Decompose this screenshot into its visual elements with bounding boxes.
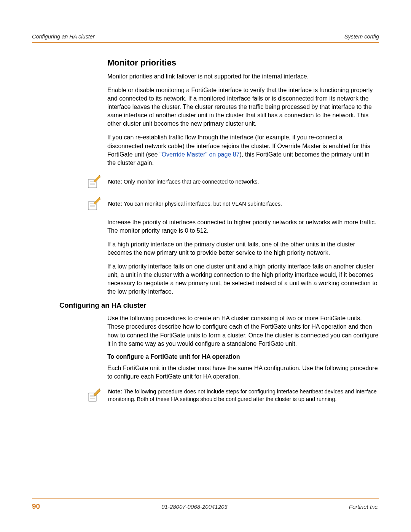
header-rule [32,42,379,43]
note-text: Note: The following procedure does not i… [108,388,379,403]
header-right: System config [344,34,379,40]
paragraph: Enable or disable monitoring a FortiGate… [107,86,379,128]
page-header: Configuring an HA cluster System config [32,34,379,41]
note-label: Note: [108,201,122,207]
cross-reference-link[interactable]: "Override Master" on page 87 [159,151,240,158]
note-pencil-icon [86,174,101,189]
document-id: 01-28007-0068-20041203 [161,503,228,510]
note-block: Note: The following procedure does not i… [86,388,379,403]
note-pencil-icon [86,388,101,403]
footer-rule [32,498,379,499]
note-body: You can monitor physical interfaces, but… [122,201,282,207]
heading-monitor-priorities: Monitor priorities [107,58,379,68]
page: Configuring an HA cluster System config … [0,0,411,532]
note-pencil-icon [86,196,101,211]
heading-configuring-ha-cluster: Configuring an HA cluster [59,301,379,310]
paragraph: Monitor priorities and link failover is … [107,72,379,81]
paragraph: Use the following procedures to create a… [107,314,379,348]
paragraph: Increase the priority of interfaces conn… [107,218,379,235]
note-body: The following procedure does not include… [108,388,377,402]
note-body: Only monitor interfaces that are connect… [122,179,259,185]
heading-procedure: To configure a FortiGate unit for HA ope… [107,353,379,360]
note-label: Note: [108,179,122,185]
note-block: Note: You can monitor physical interface… [86,196,379,211]
paragraph: Each FortiGate unit in the cluster must … [107,364,379,381]
content-area: Monitor priorities Monitor priorities an… [32,58,379,403]
company-name: Fortinet Inc. [349,503,379,510]
paragraph: If a low priority interface fails on one… [107,262,379,296]
page-number: 90 [32,502,40,511]
page-footer: 90 01-28007-0068-20041203 Fortinet Inc. [32,498,379,511]
footer-line: 90 01-28007-0068-20041203 Fortinet Inc. [32,502,379,511]
note-block: Note: Only monitor interfaces that are c… [86,174,379,189]
note-label: Note: [108,388,122,395]
paragraph: If a high priority interface on the prim… [107,240,379,257]
note-text: Note: Only monitor interfaces that are c… [108,178,259,185]
note-text: Note: You can monitor physical interface… [108,200,282,208]
header-left: Configuring an HA cluster [32,34,95,40]
paragraph: If you can re-establish traffic flow thr… [107,133,379,167]
